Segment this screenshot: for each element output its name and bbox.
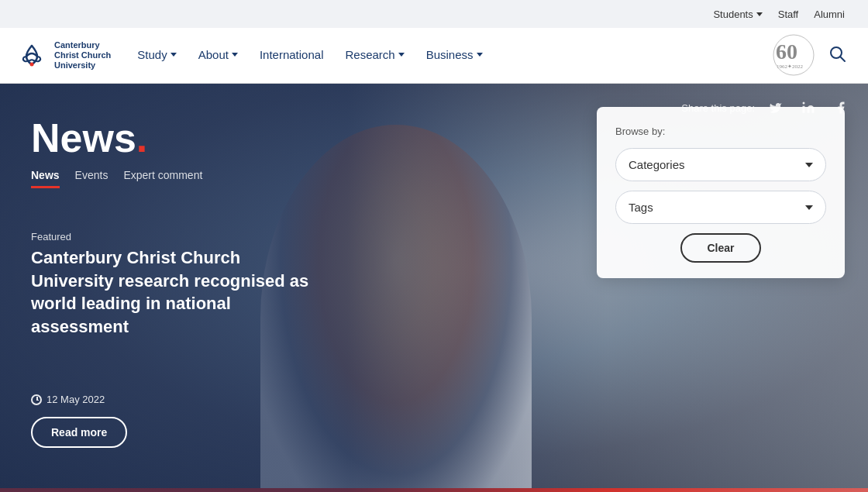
svg-text:1962✦2022: 1962✦2022 (777, 64, 804, 70)
logo-icon (16, 40, 48, 72)
students-link[interactable]: Students (713, 9, 762, 20)
tags-dropdown[interactable]: Tags (615, 191, 826, 224)
anniversary-logo: 60 1962✦2022 (773, 34, 815, 77)
categories-dropdown[interactable]: Categories (615, 148, 826, 181)
svg-line-6 (840, 57, 845, 61)
logo-link[interactable]: Canterbury Christ Church University (16, 40, 111, 72)
browse-panel: Browse by: Categories Tags Clear (597, 107, 845, 278)
nav-international[interactable]: International (249, 28, 335, 84)
tags-label: Tags (629, 201, 653, 214)
featured-date: 12 May 2022 (31, 394, 105, 405)
browse-label: Browse by: (615, 126, 826, 137)
tab-events[interactable]: Events (75, 169, 108, 188)
tab-news[interactable]: News (31, 169, 60, 188)
nav-study[interactable]: Study (126, 28, 187, 84)
svg-text:60: 60 (776, 40, 797, 64)
main-nav: Canterbury Christ Church University Stud… (0, 28, 868, 84)
nav-links: Study About International Research Busin… (126, 28, 765, 84)
search-button[interactable] (823, 40, 852, 72)
featured-title: Canterbury Christ Church University rese… (31, 246, 310, 339)
hero-content: Share this page: News. News Events Exper… (0, 84, 868, 492)
logo-text: Canterbury Christ Church University (54, 40, 111, 71)
business-chevron-icon (477, 53, 483, 57)
utility-bar: Students Staff Alumni (0, 0, 868, 28)
nav-about[interactable]: About (188, 28, 249, 84)
students-label: Students (713, 9, 753, 20)
tags-chevron-icon (805, 205, 813, 210)
nav-research[interactable]: Research (334, 28, 415, 84)
alumni-link[interactable]: Alumni (814, 9, 845, 20)
page-title: News. (31, 115, 147, 161)
clock-icon (31, 394, 42, 405)
study-chevron-icon (170, 53, 177, 57)
read-more-button[interactable]: Read more (31, 417, 127, 448)
hero-section: Share this page: News. News Events Exper… (0, 84, 868, 492)
featured-label: Featured (31, 231, 71, 243)
staff-link[interactable]: Staff (778, 9, 799, 20)
nav-business[interactable]: Business (415, 28, 494, 84)
svg-point-7 (803, 102, 805, 105)
clear-button[interactable]: Clear (680, 233, 760, 263)
categories-chevron-icon (805, 163, 813, 167)
tab-expert-comment[interactable]: Expert comment (123, 169, 202, 188)
students-chevron-icon (756, 12, 763, 16)
search-icon (829, 46, 846, 63)
news-tabs: News Events Expert comment (31, 169, 202, 188)
research-chevron-icon (398, 53, 405, 57)
categories-label: Categories (629, 158, 685, 171)
svg-point-1 (30, 62, 34, 66)
about-chevron-icon (232, 53, 238, 57)
